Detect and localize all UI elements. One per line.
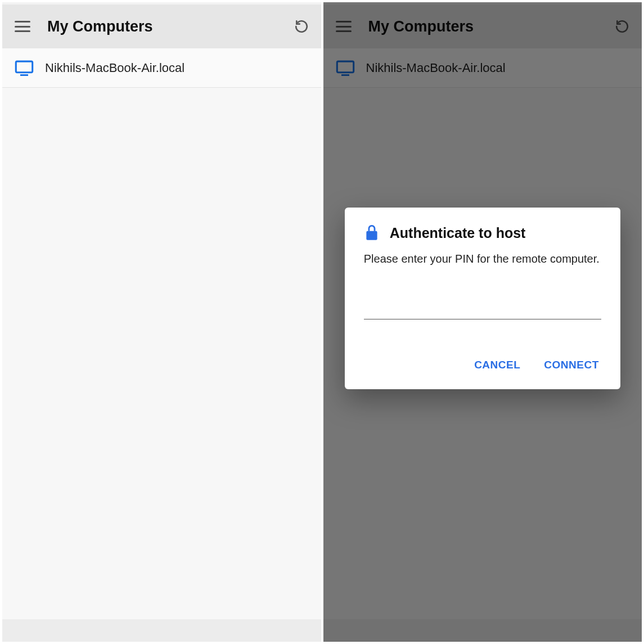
refresh-icon[interactable] <box>294 19 309 34</box>
page-title: My Computers <box>47 18 294 35</box>
hamburger-menu-icon[interactable] <box>15 21 30 32</box>
svg-rect-0 <box>16 61 32 73</box>
dialog-actions: CANCEL CONNECT <box>364 354 601 376</box>
monitor-icon <box>15 60 34 76</box>
computer-list-item[interactable]: Nikhils-MacBook-Air.local <box>2 48 321 88</box>
topbar: My Computers <box>2 2 321 48</box>
computer-list: Nikhils-MacBook-Air.local <box>2 48 321 88</box>
computer-name: Nikhils-MacBook-Air.local <box>45 61 184 75</box>
auth-dialog: Authenticate to host Please enter your P… <box>345 208 620 389</box>
svg-rect-4 <box>366 231 377 240</box>
connect-button[interactable]: CONNECT <box>542 354 601 376</box>
cancel-button[interactable]: CANCEL <box>472 354 523 376</box>
screen-auth-dialog: My Computers Nikhils-MacBook-Air.local <box>322 0 645 644</box>
dialog-header: Authenticate to host <box>364 224 601 241</box>
screen-computer-list: My Computers Nikhils-MacBook-Air.local <box>0 0 322 644</box>
dialog-title: Authenticate to host <box>390 225 526 241</box>
dialog-message: Please enter your PIN for the remote com… <box>364 251 601 267</box>
empty-area <box>2 88 321 642</box>
bottom-bar <box>2 619 321 642</box>
pin-input[interactable] <box>364 299 601 319</box>
lock-icon <box>364 224 380 241</box>
